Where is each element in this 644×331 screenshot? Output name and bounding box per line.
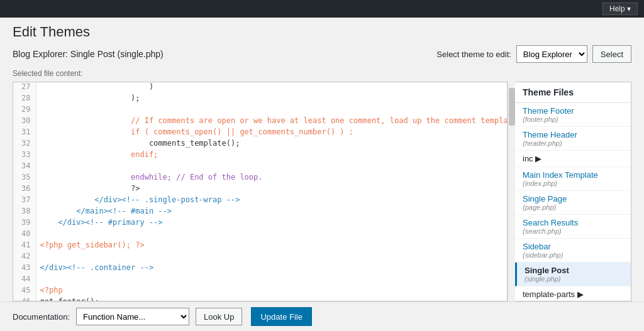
line-number: 35 — [13, 173, 36, 184]
theme-files-panel: Theme Files Theme Footer(footer.php)Them… — [515, 82, 631, 301]
line-number: 42 — [13, 252, 36, 263]
table-row: 43</div><!-- .container --> — [13, 263, 507, 274]
line-code — [36, 274, 507, 286]
line-number: 29 — [13, 105, 36, 116]
theme-files-list: Theme Footer(footer.php)Theme Header(hea… — [515, 103, 631, 301]
file-item[interactable]: Theme Footer(footer.php) — [515, 103, 631, 127]
update-file-button[interactable]: Update File — [251, 307, 311, 326]
file-item[interactable]: Main Index Template(index.php) — [515, 167, 631, 191]
line-code — [36, 161, 507, 173]
file-item-name: inc ▶ — [523, 154, 541, 163]
documentation-label: Documentation: — [13, 312, 70, 322]
table-row: 45<?php — [13, 286, 507, 297]
file-item-name: Search Results — [523, 218, 578, 227]
file-item[interactable]: Single Post(single.php) — [515, 263, 631, 286]
table-row: 39 </div><!-- #primary --> — [13, 218, 507, 229]
line-code: endif; — [36, 150, 507, 161]
folder-item[interactable]: template-parts ▶ — [515, 286, 631, 301]
theme-select-dropdown[interactable]: Blog Explorer — [516, 45, 587, 63]
table-row: 35 endwhile; // End of the loop. — [13, 173, 507, 184]
line-number: 41 — [13, 241, 36, 252]
function-name-dropdown[interactable]: Function Name... — [76, 308, 189, 325]
line-code: get_footer(); — [36, 297, 507, 301]
line-number: 32 — [13, 139, 36, 150]
line-code — [36, 229, 507, 241]
file-item-name: Main Index Template — [523, 170, 598, 180]
line-code: ?> — [36, 184, 507, 195]
line-number: 45 — [13, 286, 36, 297]
file-item-sub: (single.php) — [525, 275, 623, 283]
file-item-name: Single Post — [525, 266, 569, 275]
file-item-sub: (header.php) — [523, 139, 623, 147]
table-row: 46get_footer(); — [13, 297, 507, 301]
file-item-sub: (footer.php) — [523, 116, 623, 123]
line-code: <?php — [36, 286, 507, 297]
file-item[interactable]: Single Page(page.php) — [515, 191, 631, 215]
line-code: ); — [36, 94, 507, 105]
table-row: 40 — [13, 229, 507, 241]
file-item-sub: (index.php) — [523, 180, 623, 187]
line-code: ) — [36, 82, 507, 94]
file-item-sub: (page.php) — [523, 203, 623, 211]
scrollbar-thumb — [509, 88, 515, 126]
line-number: 38 — [13, 207, 36, 218]
file-item-sub: (search.php) — [523, 227, 623, 235]
folder-item[interactable]: inc ▶ — [515, 151, 631, 167]
table-row: 31 if ( comments_open() || get_comments_… — [13, 128, 507, 139]
page-title: Edit Themes — [13, 24, 631, 40]
file-item-name: Single Page — [523, 194, 567, 203]
file-item-name: Theme Header — [523, 130, 577, 139]
table-row: 42 — [13, 252, 507, 263]
table-row: 33 endif; — [13, 150, 507, 161]
file-item-sub: (sidebar.php) — [523, 251, 623, 259]
file-item-name: Sidebar — [523, 242, 551, 251]
line-number: 30 — [13, 116, 36, 128]
line-number: 34 — [13, 161, 36, 173]
table-row: 28 ); — [13, 94, 507, 105]
line-number: 31 — [13, 128, 36, 139]
file-item[interactable]: Theme Header(header.php) — [515, 127, 631, 151]
file-item-name: template-parts ▶ — [523, 290, 584, 299]
line-number: 28 — [13, 94, 36, 105]
table-row: 38 </main><!-- #main --> — [13, 207, 507, 218]
code-editor[interactable]: 27 )28 );2930 // If comments are open or… — [13, 82, 508, 301]
theme-files-title: Theme Files — [515, 82, 631, 103]
lookup-button[interactable]: Look Up — [196, 308, 242, 325]
table-row: 36 ?> — [13, 184, 507, 195]
line-code: </div><!-- #primary --> — [36, 218, 507, 229]
line-code: endwhile; // End of the loop. — [36, 173, 507, 184]
line-number: 37 — [13, 195, 36, 207]
help-button[interactable]: Help ▾ — [602, 3, 638, 15]
line-code: if ( comments_open() || get_comments_num… — [36, 128, 507, 139]
line-code: <?php get_sidebar(); ?> — [36, 241, 507, 252]
table-row: 29 — [13, 105, 507, 116]
table-row: 32 comments_template(); — [13, 139, 507, 150]
line-code — [36, 105, 507, 116]
table-row: 27 ) — [13, 82, 507, 94]
theme-select-label: Select theme to edit: — [436, 50, 511, 59]
file-item[interactable]: Sidebar(sidebar.php) — [515, 239, 631, 263]
subtitle: Blog Explorer: Single Post (single.php) — [13, 49, 164, 59]
line-number: 40 — [13, 229, 36, 241]
select-button[interactable]: Select — [592, 45, 631, 63]
file-item[interactable]: Search Results(search.php) — [515, 215, 631, 239]
line-number: 43 — [13, 263, 36, 274]
line-code: </main><!-- #main --> — [36, 207, 507, 218]
line-number: 46 — [13, 297, 36, 301]
editor-scrollbar[interactable] — [508, 82, 515, 301]
table-row: 34 — [13, 161, 507, 173]
line-code: </div><!-- .single-post-wrap --> — [36, 195, 507, 207]
line-code: comments_template(); — [36, 139, 507, 150]
line-code — [36, 252, 507, 263]
line-number: 36 — [13, 184, 36, 195]
table-row: 44 — [13, 274, 507, 286]
file-item-name: Theme Footer — [523, 106, 574, 116]
line-code: </div><!-- .container --> — [36, 263, 507, 274]
table-row: 37 </div><!-- .single-post-wrap --> — [13, 195, 507, 207]
table-row: 30 // If comments are open or we have at… — [13, 116, 507, 128]
file-content-label: Selected file content: — [13, 69, 631, 78]
line-number: 33 — [13, 150, 36, 161]
line-number: 39 — [13, 218, 36, 229]
line-number: 27 — [13, 82, 36, 94]
table-row: 41<?php get_sidebar(); ?> — [13, 241, 507, 252]
